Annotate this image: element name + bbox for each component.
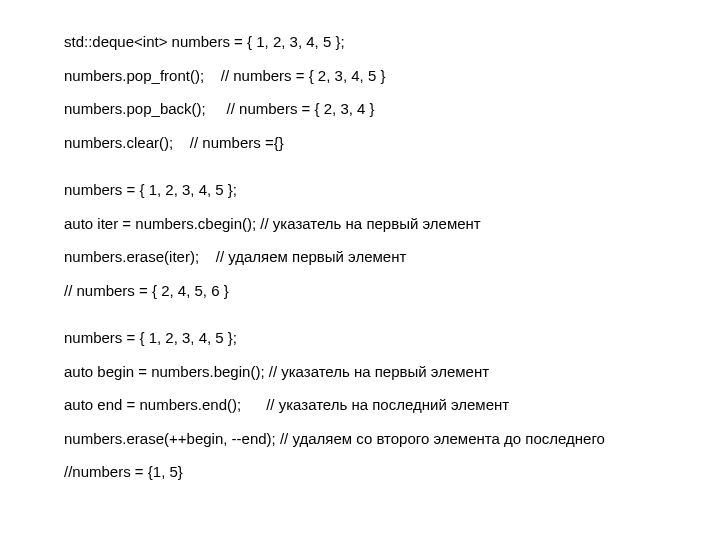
code-line: // numbers = { 2, 4, 5, 6 }	[0, 281, 720, 301]
code-line-wrapped: numbers.erase(++begin, --end); // удаляе…	[0, 429, 720, 449]
code-line: numbers = { 1, 2, 3, 4, 5 };	[0, 328, 720, 348]
code-line: std::deque<int> numbers = { 1, 2, 3, 4, …	[0, 32, 720, 52]
code-span: numbers.erase(++begin, --end); // удаляе…	[32, 430, 605, 447]
code-line: auto begin = numbers.begin(); // указате…	[0, 362, 720, 382]
code-line: numbers.pop_front(); // numbers = { 2, 3…	[0, 66, 720, 86]
blank-line	[0, 314, 720, 328]
code-line: auto iter = numbers.cbegin(); // указате…	[0, 214, 720, 234]
blank-line	[0, 166, 720, 180]
code-line: numbers.clear(); // numbers ={}	[0, 133, 720, 153]
code-line: numbers.pop_back(); // numbers = { 2, 3,…	[0, 99, 720, 119]
code-line: auto end = numbers.end(); // указатель н…	[0, 395, 720, 415]
code-line: //numbers = {1, 5}	[0, 462, 720, 482]
code-slide: std::deque<int> numbers = { 1, 2, 3, 4, …	[0, 0, 720, 540]
code-line: numbers = { 1, 2, 3, 4, 5 };	[0, 180, 720, 200]
code-line: numbers.erase(iter); // удаляем первый э…	[0, 247, 720, 267]
